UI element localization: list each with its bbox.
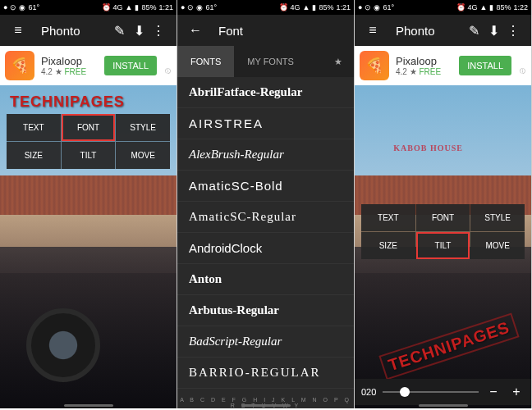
- temp: 61°: [28, 3, 39, 11]
- font-title: Font: [218, 24, 346, 38]
- app-bar: ≡ Phonto ✎ ⬇ ⋮: [355, 15, 531, 46]
- network: 4G: [113, 3, 123, 11]
- font-item[interactable]: Anton: [177, 264, 354, 295]
- screen-3: ●⊙◉61° ⏰4G▲▮85%1:22 ≡ Phonto ✎ ⬇ ⋮ 🍕 Pix…: [355, 0, 531, 408]
- sign-text: KABOB HOUSE: [393, 144, 463, 153]
- font-item[interactable]: AmaticSC-Regular: [177, 202, 354, 233]
- home-indicator[interactable]: [64, 404, 113, 407]
- app-bar: ≡ Phonto ✎ ⬇ ⋮: [0, 15, 177, 46]
- ad-app-icon: 🍕: [360, 51, 389, 80]
- install-button[interactable]: INSTALL: [104, 56, 157, 75]
- clock-icon: ◉: [19, 3, 25, 11]
- ad-banner[interactable]: 🍕 Pixaloop 4.2 ★ FREE INSTALL ⓘ: [0, 46, 177, 85]
- slider-value: 020: [361, 387, 376, 397]
- screen-2: ●⊙◉61° ⏰4G▲▮85%1:21 ← Font FONTS MY FONT…: [177, 0, 354, 408]
- overlay-text[interactable]: TECHNIPAGES: [10, 93, 125, 111]
- ad-badge-icon: ⓘ: [518, 63, 526, 69]
- ad-app-icon: 🍕: [5, 51, 34, 80]
- download-icon[interactable]: ⬇: [484, 23, 503, 39]
- more-icon[interactable]: ⋮: [503, 23, 523, 39]
- app-title: Phonto: [41, 24, 109, 38]
- font-item[interactable]: AndroidClock: [177, 233, 354, 264]
- edit-icon[interactable]: ✎: [109, 23, 129, 39]
- font-button[interactable]: FONT: [416, 204, 470, 231]
- battery-icon: ▮: [135, 3, 139, 11]
- tool-grid: TEXT FONT STYLE SIZE TILT MOVE: [7, 114, 170, 169]
- menu-icon[interactable]: ≡: [8, 23, 28, 38]
- more-icon[interactable]: ⋮: [149, 23, 168, 39]
- font-button[interactable]: FONT: [62, 114, 116, 141]
- move-button[interactable]: MOVE: [470, 232, 525, 259]
- time: 1:21: [158, 3, 173, 11]
- plus-button[interactable]: +: [508, 385, 525, 399]
- tool-grid: TEXT FONT STYLE SIZE TILT MOVE: [361, 204, 525, 259]
- menu-icon[interactable]: ≡: [363, 23, 383, 38]
- slider-thumb[interactable]: [400, 387, 410, 397]
- font-item[interactable]: AIRSTREA: [177, 108, 354, 139]
- text-button[interactable]: TEXT: [361, 204, 415, 231]
- ad-title: Pixaloop: [41, 55, 98, 67]
- home-indicator[interactable]: [241, 404, 291, 407]
- size-button[interactable]: SIZE: [7, 142, 61, 169]
- font-tabs: FONTS MY FONTS ★: [177, 46, 354, 77]
- app-title: Phonto: [396, 24, 464, 38]
- tab-myfonts[interactable]: MY FONTS: [234, 46, 307, 77]
- tilt-button[interactable]: TILT: [62, 142, 116, 169]
- alarm-icon: ⏰: [102, 3, 111, 11]
- photo-canvas[interactable]: TECHNIPAGES TEXT FONT STYLE SIZE TILT MO…: [0, 85, 177, 408]
- font-app-bar: ← Font: [177, 15, 354, 46]
- status-bar: ●⊙◉61° ⏰4G▲▮85%1:21: [177, 0, 354, 15]
- status-bar: ●⊙◉61° ⏰4G▲▮85%1:22: [355, 0, 531, 15]
- edit-icon[interactable]: ✎: [464, 23, 484, 39]
- msg-icon: ●: [3, 3, 7, 11]
- move-button[interactable]: MOVE: [116, 142, 170, 169]
- font-item[interactable]: BARRIO-REGULAR: [177, 358, 354, 389]
- tilt-slider[interactable]: [383, 391, 479, 393]
- signal-icon: ▲: [126, 3, 133, 11]
- ad-banner[interactable]: 🍕 Pixaloop 4.2 ★ FREE INSTALL ⓘ: [355, 46, 531, 85]
- tilt-button[interactable]: TILT: [416, 232, 470, 259]
- download-icon[interactable]: ⬇: [129, 23, 149, 39]
- back-icon[interactable]: ←: [186, 23, 205, 38]
- screen-1: ● ⊙ ◉ 61° ⏰ 4G ▲ ▮ 85% 1:21 ≡ Phonto ✎ ⬇…: [0, 0, 177, 408]
- ad-text: Pixaloop 4.2 ★ FREE: [41, 55, 98, 76]
- font-item[interactable]: AmaticSC-Bold: [177, 171, 354, 202]
- size-button[interactable]: SIZE: [361, 232, 415, 259]
- photo-canvas[interactable]: KABOB HOUSE TEXT FONT STYLE SIZE TILT MO…: [355, 85, 531, 408]
- font-item[interactable]: BadScript-Regular: [177, 326, 354, 358]
- ad-badge-icon: ⓘ: [163, 63, 172, 69]
- font-list[interactable]: AbrilFatface-Regular AIRSTREA AlexBrush-…: [177, 77, 354, 394]
- style-button[interactable]: STYLE: [116, 114, 170, 141]
- install-button[interactable]: INSTALL: [459, 56, 511, 75]
- home-indicator[interactable]: [419, 404, 468, 407]
- font-item[interactable]: AbrilFatface-Regular: [177, 77, 354, 108]
- font-item[interactable]: AlexBrush-Regular: [177, 139, 354, 171]
- tab-fonts[interactable]: FONTS: [177, 46, 234, 77]
- status-bar: ● ⊙ ◉ 61° ⏰ 4G ▲ ▮ 85% 1:21: [0, 0, 177, 15]
- minus-button[interactable]: −: [485, 385, 502, 399]
- sync-icon: ⊙: [10, 3, 16, 11]
- style-button[interactable]: STYLE: [470, 204, 525, 231]
- text-button[interactable]: TEXT: [7, 114, 61, 141]
- tilt-slider-bar: 020 − +: [355, 379, 531, 405]
- tab-star[interactable]: ★: [323, 46, 354, 77]
- battery-pct: 85%: [141, 3, 156, 11]
- font-item[interactable]: Arbutus-Regular: [177, 295, 354, 326]
